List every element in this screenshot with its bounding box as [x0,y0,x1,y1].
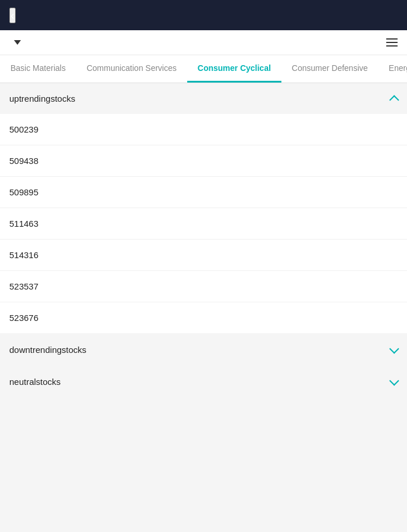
menu-icon-line1 [386,38,398,40]
table-row[interactable]: 509438 [0,145,407,177]
table-row[interactable]: 509895 [0,177,407,208]
back-button[interactable]: ‹ [9,8,16,23]
section-title-neutral: neutralstocks [9,377,60,387]
section-title-uptrending: uptrendingstocks [9,94,75,103]
menu-button[interactable] [386,38,398,47]
app-header: ‹ [0,0,407,30]
section-title-downtrending: downtrendingstocks [9,345,87,355]
main-content: uptrendingstocks500239509438509895511463… [0,83,407,397]
menu-icon-line2 [386,42,398,43]
table-row[interactable]: 523537 [0,271,407,302]
table-row[interactable]: 511463 [0,208,407,240]
section-items-uptrending: 5002395094385098955114635143165235375236… [0,114,407,333]
menu-icon-line3 [386,45,398,47]
tab-consumer-defensive[interactable]: Consumer Defensive [281,55,379,83]
tab-communication-services[interactable]: Communication Services [76,55,187,83]
tab-basic-materials[interactable]: Basic Materials [0,55,76,83]
table-row[interactable]: 523676 [0,302,407,333]
section-uptrending: uptrendingstocks500239509438509895511463… [0,83,407,333]
section-header-uptrending[interactable]: uptrendingstocks [0,83,407,114]
chevron-icon-uptrending [390,95,399,105]
tab-consumer-cyclical[interactable]: Consumer Cyclical [187,55,281,83]
chevron-icon-neutral [390,376,399,385]
table-row[interactable]: 514316 [0,240,407,271]
section-header-downtrending[interactable]: downtrendingstocks [0,334,407,365]
section-header-neutral[interactable]: neutralstocks [0,366,407,397]
table-row[interactable]: 500239 [0,114,407,145]
sectors-dropdown[interactable] [9,40,21,45]
chevron-icon-downtrending [390,344,399,354]
toolbar [0,30,407,55]
sector-tabs: Basic MaterialsCommunication ServicesCon… [0,55,407,83]
section-downtrending: downtrendingstocks [0,334,407,365]
dropdown-arrow-icon [14,40,21,45]
section-neutral: neutralstocks [0,366,407,397]
tab-energy[interactable]: Energy [379,55,407,83]
